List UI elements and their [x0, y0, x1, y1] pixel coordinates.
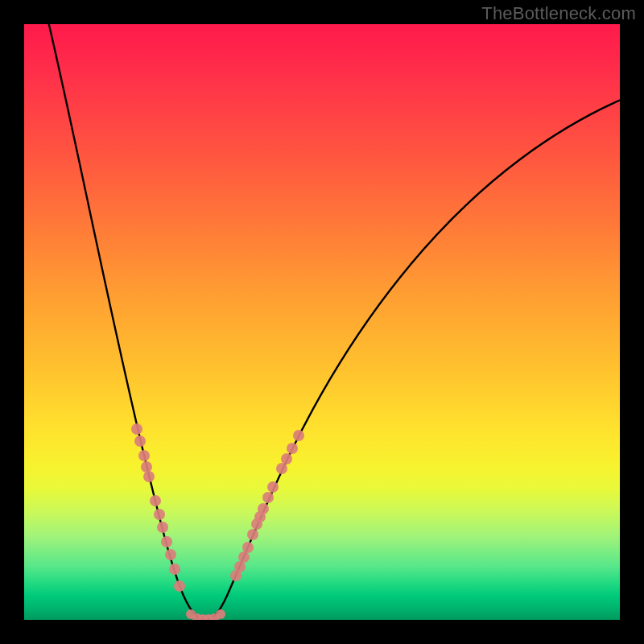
data-point	[138, 450, 150, 461]
data-point	[293, 430, 304, 441]
chart-container: TheBottleneck.com	[0, 0, 644, 644]
data-point	[258, 503, 269, 514]
data-point	[281, 453, 292, 464]
data-point	[131, 423, 142, 435]
left-curve	[45, 24, 205, 620]
data-point	[154, 509, 165, 520]
data-point	[267, 481, 279, 493]
data-point	[161, 536, 172, 547]
right-curve	[205, 93, 620, 620]
watermark-text: TheBottleneck.com	[481, 3, 636, 24]
data-point	[143, 471, 155, 482]
data-point	[262, 492, 274, 503]
plot-area	[24, 24, 620, 620]
data-point	[165, 549, 176, 560]
data-point	[238, 551, 250, 563]
data-point	[174, 580, 185, 592]
data-point	[234, 561, 246, 572]
data-dots	[131, 423, 304, 620]
data-point	[134, 436, 146, 447]
data-point	[157, 522, 168, 533]
data-point	[247, 529, 258, 540]
data-point	[150, 495, 161, 506]
data-point	[242, 542, 254, 553]
curve-layer	[24, 24, 620, 620]
data-point	[216, 609, 225, 619]
data-point	[141, 461, 152, 473]
data-point	[287, 443, 298, 454]
data-point	[276, 463, 287, 474]
data-point	[169, 564, 180, 575]
